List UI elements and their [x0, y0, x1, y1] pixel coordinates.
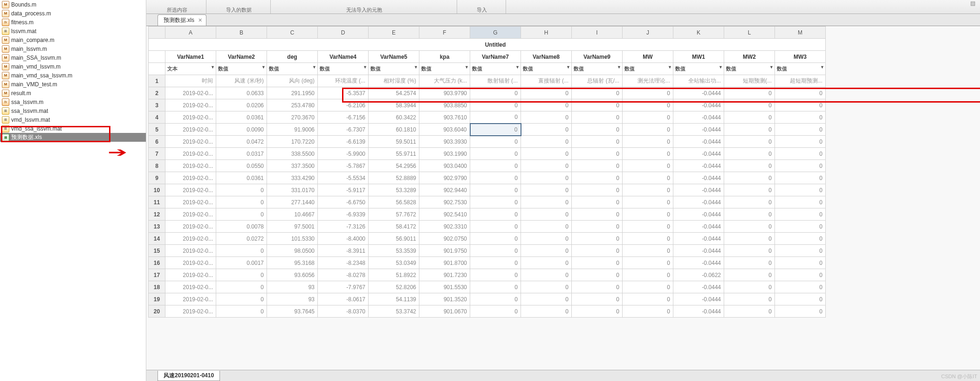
data-cell[interactable]: 0: [521, 124, 572, 136]
data-cell[interactable]: -0.0622: [673, 269, 724, 281]
data-cell[interactable]: 91.9006: [267, 124, 318, 136]
data-cell[interactable]: 2019-02-0...: [165, 245, 216, 257]
data-cell[interactable]: 0: [724, 136, 775, 148]
data-cell[interactable]: 0: [216, 245, 267, 257]
data-cell[interactable]: 0: [775, 87, 826, 99]
data-cell[interactable]: 0: [724, 281, 775, 293]
data-cell[interactable]: 0: [572, 87, 623, 99]
column-header-letter[interactable]: G: [470, 27, 521, 39]
column-type-selector[interactable]: 数值▼: [267, 63, 318, 75]
data-cell[interactable]: 0: [623, 281, 673, 293]
data-cell[interactable]: 291.1950: [267, 87, 318, 99]
document-tab[interactable]: 预测数据.xls ✕: [158, 14, 206, 26]
data-cell[interactable]: 测光法理论...: [623, 75, 673, 87]
data-cell[interactable]: -0.0444: [673, 208, 724, 221]
row-number-header[interactable]: 7: [149, 148, 165, 160]
data-cell[interactable]: 0: [623, 233, 673, 245]
file-item[interactable]: ⊞ssa_lssvm.mat: [0, 106, 146, 115]
row-number-header[interactable]: 20: [149, 305, 165, 318]
data-cell[interactable]: -5.9900: [318, 148, 369, 160]
variable-name-header[interactable]: VarName2: [216, 51, 267, 63]
data-cell[interactable]: 93: [267, 293, 318, 305]
column-type-selector[interactable]: 数值▼: [775, 63, 826, 75]
data-cell[interactable]: 0: [724, 208, 775, 221]
data-cell[interactable]: 0: [572, 269, 623, 281]
row-number-header[interactable]: 4: [149, 111, 165, 124]
file-item[interactable]: Mresult.m: [0, 89, 146, 97]
variable-name-header[interactable]: MW: [623, 51, 673, 63]
data-cell[interactable]: 903.0400: [419, 160, 470, 172]
row-number-header[interactable]: 5: [149, 124, 165, 136]
data-cell[interactable]: 277.1440: [267, 196, 318, 208]
file-item[interactable]: ⊞lssvm.mat: [0, 27, 146, 35]
data-cell[interactable]: 0: [470, 99, 521, 111]
data-cell[interactable]: 0.0633: [216, 87, 267, 99]
data-cell[interactable]: 0: [470, 245, 521, 257]
data-cell[interactable]: -0.0444: [673, 124, 724, 136]
data-cell[interactable]: 0: [572, 196, 623, 208]
data-cell[interactable]: 2019-02-0...: [165, 233, 216, 245]
data-cell[interactable]: -0.0444: [673, 111, 724, 124]
data-cell[interactable]: 0: [521, 245, 572, 257]
data-cell[interactable]: 0: [572, 124, 623, 136]
data-cell[interactable]: 0: [775, 293, 826, 305]
file-item[interactable]: MBounds.m: [0, 0, 146, 9]
data-cell[interactable]: 2019-02-0...: [165, 124, 216, 136]
data-cell[interactable]: 0: [724, 293, 775, 305]
row-number-header[interactable]: 12: [149, 208, 165, 221]
data-cell[interactable]: -6.6750: [318, 196, 369, 208]
data-cell[interactable]: 0: [572, 111, 623, 124]
data-cell[interactable]: -8.2348: [318, 257, 369, 269]
row-number-header[interactable]: 11: [149, 196, 165, 208]
data-cell[interactable]: 时间: [165, 75, 216, 87]
row-number-header[interactable]: 17: [149, 269, 165, 281]
column-type-selector[interactable]: 数值▼: [623, 63, 673, 75]
data-cell[interactable]: 0: [724, 172, 775, 184]
data-cell[interactable]: -6.7156: [318, 111, 369, 124]
data-cell[interactable]: 0: [724, 148, 775, 160]
variable-name-header[interactable]: MW1: [673, 51, 724, 63]
data-cell[interactable]: 0: [216, 269, 267, 281]
data-cell[interactable]: 0: [572, 208, 623, 221]
column-type-selector[interactable]: 数值▼: [470, 63, 521, 75]
variable-name-header[interactable]: MW2: [724, 51, 775, 63]
data-cell[interactable]: 0: [216, 208, 267, 221]
data-cell[interactable]: -5.7867: [318, 160, 369, 172]
data-cell[interactable]: 0: [775, 124, 826, 136]
data-cell[interactable]: 2019-02-0...: [165, 172, 216, 184]
data-cell[interactable]: 0: [724, 184, 775, 196]
file-item[interactable]: Mmain_vmd_ssa_lssvm.m: [0, 71, 146, 80]
data-cell[interactable]: 338.5500: [267, 148, 318, 160]
data-cell[interactable]: 0: [470, 233, 521, 245]
data-cell[interactable]: 0: [470, 160, 521, 172]
data-cell[interactable]: 901.9750: [419, 245, 470, 257]
variable-name-header[interactable]: VarName7: [470, 51, 521, 63]
data-cell[interactable]: 相对湿度 (%): [369, 75, 419, 87]
data-cell[interactable]: 0: [572, 184, 623, 196]
data-cell[interactable]: 0: [724, 221, 775, 233]
data-cell[interactable]: 0: [521, 172, 572, 184]
data-cell[interactable]: 0: [572, 245, 623, 257]
data-cell[interactable]: -7.9767: [318, 281, 369, 293]
data-cell[interactable]: 0: [724, 269, 775, 281]
data-cell[interactable]: 0: [623, 184, 673, 196]
data-cell[interactable]: 93: [267, 281, 318, 293]
data-cell[interactable]: 901.8700: [419, 257, 470, 269]
data-cell[interactable]: -6.9339: [318, 208, 369, 221]
column-header-letter[interactable]: C: [267, 27, 318, 39]
data-cell[interactable]: 170.7220: [267, 136, 318, 148]
file-item[interactable]: Mdata_process.m: [0, 9, 146, 18]
data-cell[interactable]: 0: [724, 245, 775, 257]
corner-cell[interactable]: [149, 27, 165, 39]
data-cell[interactable]: 0: [470, 293, 521, 305]
data-cell[interactable]: 903.7610: [419, 111, 470, 124]
row-number-header[interactable]: 19: [149, 293, 165, 305]
data-cell[interactable]: 56.9011: [369, 233, 419, 245]
column-type-selector[interactable]: 数值▼: [724, 63, 775, 75]
data-cell[interactable]: 0: [521, 87, 572, 99]
data-cell[interactable]: 56.5828: [369, 196, 419, 208]
data-cell[interactable]: 53.0349: [369, 257, 419, 269]
data-cell[interactable]: -0.0444: [673, 245, 724, 257]
data-cell[interactable]: 101.5330: [267, 233, 318, 245]
file-item[interactable]: ▦预测数据.xls: [0, 133, 146, 142]
